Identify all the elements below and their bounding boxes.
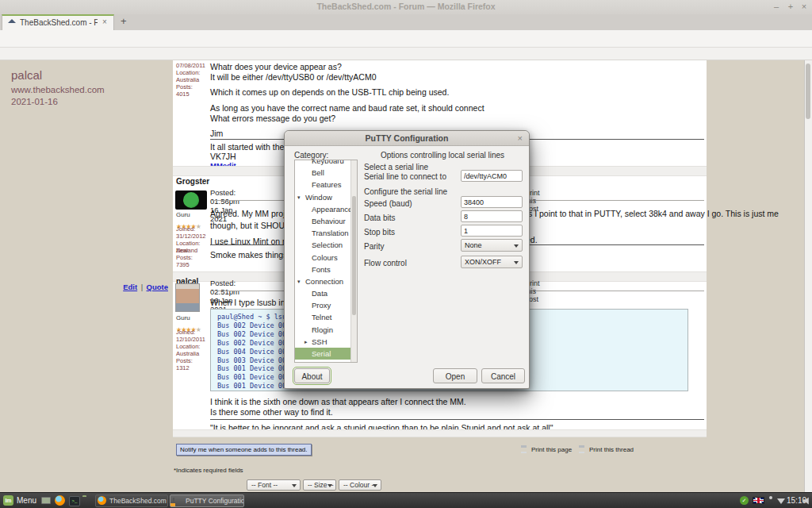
maximize-button[interactable]: + — [785, 2, 796, 11]
tree-item-window[interactable]: ▾Window — [295, 191, 357, 203]
post-meta: Joined: — [176, 225, 195, 233]
new-tab-button[interactable]: + — [121, 15, 127, 27]
post-count: Posts: 4015 — [176, 83, 193, 98]
tree-item-translation[interactable]: Translation — [295, 227, 357, 239]
tree-item-proxy[interactable]: Proxy — [295, 299, 357, 311]
post-author[interactable]: Grogster — [176, 177, 209, 186]
speed-input[interactable] — [461, 196, 523, 208]
cancel-button[interactable]: Cancel — [481, 368, 525, 383]
tree-item-fonts[interactable]: Fonts — [295, 264, 357, 275]
tree-scrollbar-thumb[interactable] — [352, 196, 356, 315]
tree-item-appearance[interactable]: Appearance — [295, 203, 357, 215]
flow-control-label: Flow control — [364, 259, 407, 267]
tab-backshed[interactable]: TheBackShed.com - Forum × — [2, 14, 114, 30]
databits-label: Data bits — [364, 214, 395, 222]
thread-footer: Notify me when someone adds to this thre… — [173, 437, 707, 492]
scrollbar-thumb[interactable] — [806, 64, 810, 119]
margin-author: palcal — [11, 68, 42, 82]
tree-item-bell[interactable]: Bell — [295, 167, 357, 179]
show-desktop-icon[interactable] — [41, 497, 51, 504]
speed-label: Speed (baud) — [364, 199, 412, 208]
putty-icon — [173, 498, 174, 507]
size-select[interactable]: -- Size -- — [303, 479, 336, 491]
post-meta: Posts: 7395 — [176, 254, 205, 268]
category-tree[interactable]: Keyboard Bell Features ▾Window Appearanc… — [294, 160, 358, 363]
databits-input[interactable] — [461, 210, 523, 222]
stopbits-input[interactable] — [461, 225, 523, 237]
parity-dropdown[interactable]: None — [461, 239, 523, 252]
update-shield-icon[interactable]: ✓ — [740, 496, 749, 505]
post-line: It will be either /dev/ttyUSB0 or /dev/t… — [210, 72, 377, 82]
signature-divider — [210, 419, 704, 420]
font-select[interactable]: -- Font -- — [247, 479, 301, 491]
tab-close-icon[interactable]: × — [102, 17, 107, 26]
tree-item-rlogin[interactable]: Rlogin — [295, 324, 357, 336]
terminal-launcher-icon[interactable]: >_ — [69, 496, 80, 506]
task-button-firefox[interactable]: TheBackShed.com - ... — [95, 495, 168, 507]
mint-menu-icon[interactable]: lm — [3, 495, 13, 506]
screen: TheBackShed.com - Forum — Mozilla Firefo… — [0, 0, 812, 508]
tree-item-behaviour[interactable]: Behaviour — [295, 215, 357, 227]
tab-bar: TheBackShed.com - Forum × + — [0, 14, 812, 30]
tree-item-data[interactable]: Data — [295, 287, 357, 299]
close-button[interactable]: × — [799, 2, 810, 11]
tree-item-keyboard[interactable]: Keyboard — [295, 160, 357, 167]
notify-button[interactable]: Notify me when someone adds to this thre… — [176, 444, 312, 456]
open-button[interactable]: Open — [433, 368, 477, 383]
menu-button[interactable]: Menu — [17, 496, 36, 505]
post-meta: Joined: — [176, 329, 195, 336]
tree-item-colours[interactable]: Colours — [295, 252, 357, 264]
dialog-titlebar[interactable]: PuTTY Configuration × — [285, 131, 529, 146]
tree-item-features[interactable]: Features — [295, 179, 357, 190]
print-thread-link[interactable]: Print this thread — [589, 446, 634, 453]
quote-link[interactable]: Quote — [147, 283, 168, 291]
post-meta: Posts: 1312 — [176, 357, 193, 371]
required-fields-note: *Indicates required fields — [174, 467, 243, 474]
tree-scrollbar[interactable] — [350, 160, 357, 362]
print-page-link[interactable]: Print this page — [531, 446, 572, 453]
expand-arrow-icon[interactable]: ▾ — [297, 191, 301, 203]
post-2: Grogster Posted: 01:56pm 16 Jan 2021 Pri… — [173, 60, 205, 79]
tree-item-selection[interactable]: Selection — [295, 239, 357, 251]
dialog-close-icon[interactable]: × — [518, 133, 523, 143]
expand-arrow-icon[interactable]: ▾ — [297, 275, 301, 287]
keyboard-layout-flag-icon[interactable] — [753, 497, 764, 504]
tree-item-serial[interactable]: Serial — [295, 348, 358, 360]
post-separator — [173, 429, 707, 437]
panel-title: Options controlling local serial lines — [361, 151, 524, 160]
post-actions: Edit | Quote — [123, 279, 168, 293]
dialog-title: PuTTY Configuration — [285, 133, 529, 143]
flow-control-dropdown[interactable]: XON/XOFF — [461, 256, 523, 268]
tree-item-telnet[interactable]: Telnet — [295, 311, 357, 323]
serial-line-input[interactable] — [461, 170, 523, 182]
about-button[interactable]: About — [294, 368, 330, 383]
tree-item-ssh[interactable]: ▸SSH — [295, 336, 357, 348]
nav-toolbar: ← → ↻ ⌂ https://www.thebackshed.com/foru… — [0, 30, 812, 48]
margin-date: 2021-01-16 — [11, 97, 58, 106]
avatar[interactable] — [175, 283, 200, 312]
avatar[interactable] — [175, 190, 207, 210]
post-line: I think it is the sixth one down as that… — [210, 397, 466, 406]
signature-line: VK7JH — [210, 152, 236, 161]
window-titlebar: TheBackShed.com - Forum — Mozilla Firefo… — [0, 0, 812, 14]
page-scrollbar[interactable] — [804, 60, 812, 492]
post-line: Jim — [210, 129, 223, 138]
network-icon[interactable] — [777, 498, 785, 504]
post-line: s I point to that in PUTTY, select 38k4 … — [528, 209, 779, 218]
expand-arrow-icon[interactable]: ▸ — [304, 336, 308, 348]
margin-site: www.thebackshed.com — [11, 85, 105, 94]
tree-item-connection[interactable]: ▾Connection — [295, 275, 357, 287]
divider: | — [141, 283, 143, 291]
chevron-down-icon — [292, 484, 297, 487]
task-button-putty[interactable]: PuTTY Configuration — [170, 495, 244, 507]
chevron-down-icon — [373, 484, 377, 487]
edit-link[interactable]: Edit — [123, 283, 137, 291]
firefox-launcher-icon[interactable] — [55, 495, 65, 506]
post-line: What errors message do you get? — [210, 114, 335, 123]
post-meta: 31/12/2012 — [176, 233, 206, 240]
minimize-button[interactable]: – — [771, 2, 782, 11]
chevron-down-icon — [514, 244, 519, 248]
colour-select[interactable]: -- Colour -- — [339, 479, 381, 491]
chevron-down-icon — [327, 484, 332, 487]
serial-line-label: Serial line to connect to — [364, 172, 446, 181]
